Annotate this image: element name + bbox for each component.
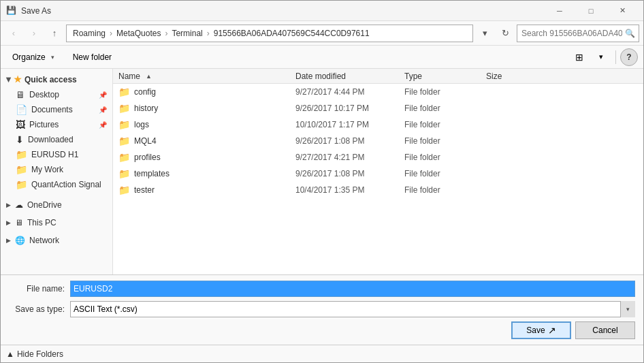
- close-button[interactable]: ✕: [607, 1, 638, 21]
- sidebar-item-downloaded[interactable]: ⬇ Downloaded: [1, 132, 112, 147]
- sidebar-item-quantaction[interactable]: 📁 QuantAction Signal: [1, 177, 112, 192]
- forward-button[interactable]: ›: [25, 25, 43, 42]
- search-input[interactable]: [517, 25, 639, 42]
- table-row[interactable]: 📁config 9/27/2017 4:44 PM File folder: [113, 84, 643, 100]
- quick-access-expand-icon: ▶: [5, 77, 12, 82]
- new-folder-label: New folder: [73, 52, 112, 62]
- save-cursor-icon: ↗: [548, 325, 556, 336]
- save-button[interactable]: Save ↗: [511, 321, 571, 339]
- breadcrumb-roaming[interactable]: Roaming: [71, 28, 108, 39]
- quick-access-label: Quick access: [25, 75, 77, 84]
- pictures-icon: 🖼: [16, 119, 25, 130]
- breadcrumb-bar: Roaming › MetaQuotes › Terminal › 915566…: [66, 25, 473, 42]
- save-type-label: Save as type:: [9, 304, 70, 314]
- sidebar-item-documents[interactable]: 📄 Documents 📌: [1, 102, 112, 117]
- file-list-area: Name ▲ Date modified Type Size 📁config 9…: [113, 69, 643, 274]
- breadcrumb-metaquotes[interactable]: MetaQuotes: [114, 28, 163, 39]
- folder-icon: 📁: [118, 103, 130, 114]
- file-name-input[interactable]: [70, 281, 635, 297]
- thispc-label: This PC: [27, 218, 57, 227]
- folder-icon: 📁: [118, 119, 130, 130]
- organize-label: Organize: [12, 52, 46, 62]
- sidebar-item-my-work[interactable]: 📁 My Work: [1, 162, 112, 177]
- downloaded-icon: ⬇: [16, 134, 24, 145]
- search-wrapper: 🔍: [517, 25, 639, 42]
- help-button[interactable]: ?: [620, 48, 638, 66]
- address-bar: ‹ › ↑ Roaming › MetaQuotes › Terminal › …: [1, 21, 643, 46]
- view-dropdown-button[interactable]: ▾: [591, 48, 611, 66]
- col-date-header[interactable]: Date modified: [295, 72, 404, 81]
- toolbar: Organize ▾ New folder ⊞ ▾ ?: [1, 46, 643, 69]
- table-row[interactable]: 📁MQL4 9/26/2017 1:08 PM File folder: [113, 133, 643, 149]
- minimize-button[interactable]: ─: [544, 1, 575, 21]
- quantaction-folder-icon: 📁: [16, 179, 27, 190]
- quick-access-star-icon: ★: [14, 74, 22, 84]
- column-header-row: Name ▲ Date modified Type Size: [113, 69, 643, 84]
- breadcrumb-folder-id[interactable]: 915566BA06ADA407569C544CC0D97611: [212, 28, 372, 39]
- breadcrumb-dropdown-button[interactable]: ▾: [476, 25, 494, 42]
- pictures-label: Pictures: [29, 120, 59, 129]
- eurusd-label: EURUSD H1: [31, 150, 78, 159]
- network-icon: 🌐: [15, 236, 25, 245]
- title-bar: 💾 Save As ─ □ ✕: [1, 1, 643, 21]
- folder-icon: 📁: [118, 152, 130, 163]
- dialog-title: Save As: [21, 6, 544, 16]
- table-row[interactable]: 📁logs 10/10/2017 1:17 PM File folder: [113, 116, 643, 133]
- table-row[interactable]: 📁tester 10/4/2017 1:35 PM File folder: [113, 182, 643, 198]
- downloaded-label: Downloaded: [28, 135, 74, 144]
- back-button[interactable]: ‹: [5, 25, 22, 42]
- desktop-pin-icon: 📌: [99, 91, 107, 99]
- sidebar: ▶ ★ Quick access 🖥 Desktop 📌 📄 Documents…: [1, 69, 113, 274]
- col-name-header[interactable]: Name ▲: [118, 72, 295, 81]
- folder-icon: 📁: [118, 168, 130, 179]
- sidebar-item-eurusd[interactable]: 📁 EURUSD H1: [1, 147, 112, 162]
- dialog-icon: 💾: [6, 5, 17, 16]
- col-size-header[interactable]: Size: [486, 72, 541, 81]
- organize-dropdown-icon: ▾: [48, 54, 58, 61]
- file-name-label: File name:: [9, 284, 70, 294]
- mywork-label: My Work: [31, 165, 63, 174]
- onedrive-expand-icon: ▶: [6, 202, 11, 208]
- sidebar-item-network[interactable]: ▶ 🌐 Network: [1, 233, 112, 248]
- new-folder-button[interactable]: New folder: [67, 48, 118, 66]
- hide-folders-button[interactable]: ▲ Hide Folders: [6, 349, 63, 359]
- bottom-bar: File name: Save as type: ASCII Text (*.c…: [1, 274, 643, 345]
- sidebar-item-desktop[interactable]: 🖥 Desktop 📌: [1, 87, 112, 102]
- sidebar-item-thispc[interactable]: ▶ 🖥 This PC: [1, 215, 112, 230]
- maximize-button[interactable]: □: [575, 1, 607, 21]
- folder-icon: 📁: [118, 136, 130, 146]
- desktop-label: Desktop: [29, 90, 59, 99]
- organize-button[interactable]: Organize ▾: [6, 48, 64, 66]
- save-type-select[interactable]: ASCII Text (*.csv): [70, 301, 635, 317]
- name-sort-icon: ▲: [146, 73, 152, 80]
- mywork-folder-icon: 📁: [16, 164, 27, 175]
- table-row[interactable]: 📁profiles 9/27/2017 4:21 PM File folder: [113, 149, 643, 165]
- col-type-header[interactable]: Type: [404, 72, 486, 81]
- network-expand-icon: ▶: [6, 237, 11, 244]
- desktop-icon: 🖥: [16, 89, 25, 100]
- refresh-button[interactable]: ↻: [496, 25, 514, 42]
- folder-icon: 📁: [118, 185, 130, 195]
- table-row[interactable]: 📁templates 9/26/2017 1:08 PM File folder: [113, 165, 643, 182]
- table-row[interactable]: 📁history 9/26/2017 10:17 PM File folder: [113, 100, 643, 116]
- breadcrumb-terminal[interactable]: Terminal: [170, 28, 204, 39]
- save-type-select-wrapper: ASCII Text (*.csv) ▾: [70, 301, 635, 317]
- main-area: ▶ ★ Quick access 🖥 Desktop 📌 📄 Documents…: [1, 69, 643, 274]
- sidebar-item-onedrive[interactable]: ▶ ☁ OneDrive: [1, 198, 112, 212]
- onedrive-label: OneDrive: [27, 200, 62, 210]
- save-label: Save: [526, 326, 545, 335]
- sidebar-item-pictures[interactable]: 🖼 Pictures 📌: [1, 117, 112, 132]
- search-icon: 🔍: [625, 29, 635, 38]
- thispc-expand-icon: ▶: [6, 219, 11, 226]
- eurusd-folder-icon: 📁: [16, 149, 27, 160]
- file-name-row: File name:: [9, 281, 635, 297]
- quantaction-label: QuantAction Signal: [31, 180, 101, 189]
- hide-folders-row: ▲ Hide Folders: [1, 345, 643, 362]
- cancel-label: Cancel: [592, 326, 617, 335]
- up-button[interactable]: ↑: [46, 25, 63, 42]
- save-type-row: Save as type: ASCII Text (*.csv) ▾: [9, 301, 635, 317]
- view-icon-button[interactable]: ⊞: [569, 48, 590, 66]
- folder-icon: 📁: [118, 86, 130, 97]
- sidebar-quick-access-header[interactable]: ▶ ★ Quick access: [1, 72, 112, 87]
- cancel-button[interactable]: Cancel: [575, 321, 635, 339]
